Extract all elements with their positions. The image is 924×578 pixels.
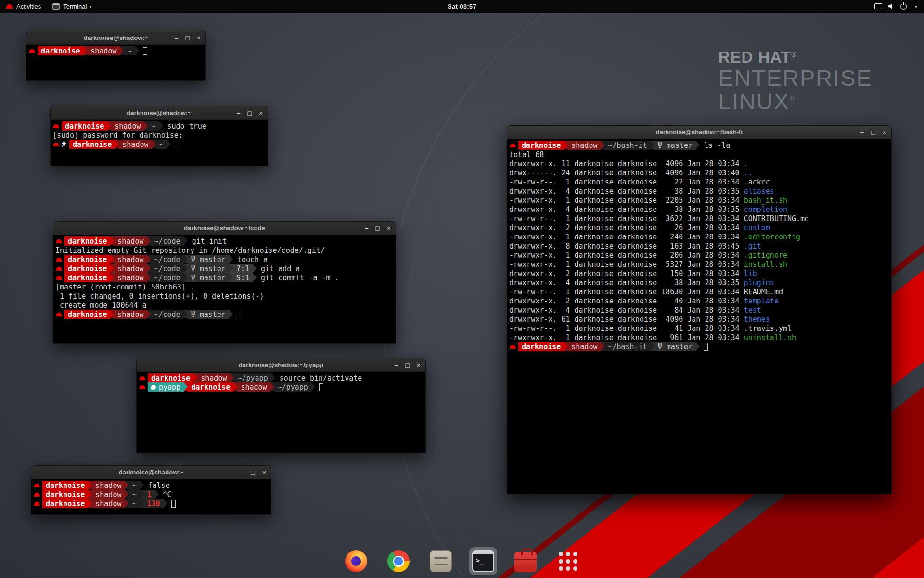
powerline-arrow (120, 46, 124, 55)
powerline-arrow (253, 264, 257, 273)
terminal-body[interactable]: darknoiseshadow~/code git initInitialize… (53, 235, 396, 343)
close-button[interactable]: × (197, 35, 201, 41)
maximize-button[interactable]: □ (871, 129, 875, 136)
prompt-segment-git: Ψ master (188, 273, 229, 282)
minimize-button[interactable]: − (860, 129, 864, 136)
maximize-button[interactable]: □ (185, 35, 189, 41)
powerline-arrow (88, 481, 92, 489)
terminal-cursor (704, 343, 708, 351)
terminal-text: -rw-rw-r--. 1 darknoise darknoise 22 Jan… (509, 177, 770, 186)
maximize-button[interactable]: □ (251, 469, 255, 476)
prompt-segment-git: Ψ master (654, 141, 696, 150)
terminal-line: darknoiseshadow~ sudo true (51, 121, 267, 131)
terminal-line: darknoiseshadow~ false (32, 481, 270, 490)
prompt-segment-host: shadow (114, 273, 147, 282)
terminal-window: darknoise@shadow:~/pyapp − □ × darknoise… (136, 358, 426, 453)
titlebar[interactable]: darknoise@shadow:~/code − □ × (53, 222, 396, 235)
prompt-segment-path: ~ (156, 140, 167, 149)
prompt-segment-git: Ψ master (188, 264, 229, 273)
dock-item-chrome[interactable] (385, 547, 412, 575)
terminal-line: darknoiseshadow~/codeΨ master touch a (54, 255, 395, 264)
terminal-body[interactable]: darknoiseshadow~ falsedarknoiseshadow~1 … (31, 479, 271, 514)
minimize-button[interactable]: − (364, 225, 368, 232)
titlebar[interactable]: darknoise@shadow:~/bash-it − □ × (507, 126, 891, 139)
directory-name: .. (744, 168, 753, 177)
terminal-line: darknoiseshadow~/code git init (54, 236, 395, 246)
prompt-segment-host: shadow (114, 255, 147, 264)
prompt-segment-host: shadow (111, 121, 144, 131)
powerline-arrow (184, 236, 188, 245)
terminal-line: drwxrwxr-x. 4 darknoise darknoise 84 Jan… (508, 305, 890, 315)
prompt-segment-path: ~/pyapp (274, 382, 311, 392)
prompt-segment-host: shadow (237, 382, 270, 392)
terminal-line: [sudo] password for darknoise: (51, 131, 267, 140)
dock-item-terminal[interactable] (469, 547, 497, 575)
minimize-button[interactable]: − (174, 35, 178, 41)
prompt-segment-path: ~/code (151, 236, 183, 246)
python-icon (151, 385, 156, 390)
terminal-body[interactable]: darknoiseshadow~ (26, 45, 205, 80)
maximize-button[interactable]: □ (405, 362, 409, 368)
minimize-button[interactable]: − (236, 110, 240, 117)
app-menu-terminal[interactable]: Terminal ▾ (47, 0, 97, 13)
powerline-arrow (229, 264, 233, 273)
terminal-text: total 68 (509, 150, 544, 159)
terminal-text: drwxrwxr-x. 2 darknoise darknoise 26 Jan… (509, 223, 744, 232)
close-button[interactable]: × (262, 469, 266, 476)
terminal-window: darknoise@shadow:~/code − □ × darknoises… (53, 221, 396, 344)
titlebar[interactable]: darknoise@shadow:~ − □ × (51, 106, 268, 120)
powerline-arrow (651, 141, 654, 149)
system-tray[interactable]: ▾ (874, 0, 924, 13)
activities-button[interactable]: Activities (0, 0, 47, 13)
titlebar[interactable]: darknoise@shadow:~/pyapp − □ × (137, 358, 425, 372)
maximize-button[interactable]: □ (375, 225, 379, 232)
prompt-segment-host: shadow (92, 481, 125, 490)
terminal-line: darknoiseshadow~/pyapp source bin/activa… (138, 373, 424, 382)
rhel-logo: RED HAT® ENTERPRISE LINUX® (719, 48, 873, 114)
titlebar[interactable]: darknoise@shadow:~ − □ × (26, 31, 205, 45)
powerline-arrow (88, 490, 92, 499)
dock-item-app-grid[interactable] (554, 547, 582, 575)
window-title: darknoise@shadow:~ (127, 109, 191, 117)
close-button[interactable]: × (883, 129, 886, 136)
powerline-arrow (140, 499, 144, 508)
close-button[interactable]: × (417, 362, 421, 368)
dock-item-firefox[interactable] (342, 547, 370, 575)
prompt-segment-git: Ψ master (188, 310, 229, 319)
powerline-arrow (110, 236, 114, 245)
terminal-text: [master (root-commit) 50bcb63] . (55, 282, 194, 291)
clock[interactable]: Sat 03:57 (448, 3, 476, 10)
executable-name: bash_it.sh (744, 196, 787, 205)
powerline-arrow (147, 273, 151, 282)
power-icon (900, 3, 907, 10)
minimize-button[interactable]: − (240, 469, 244, 476)
app-menu-label: Terminal (63, 3, 87, 10)
dock-item-files[interactable] (427, 547, 455, 575)
close-button[interactable]: × (259, 110, 263, 117)
maximize-button[interactable]: □ (247, 110, 251, 117)
terminal-body[interactable]: darknoiseshadow~ sudo true[sudo] passwor… (51, 120, 268, 166)
terminal-text: drwxrwxr-x. 8 darknoise darknoise 163 Ja… (509, 241, 744, 250)
terminal-text: touch a (233, 255, 268, 264)
dock-item-software[interactable] (512, 547, 539, 575)
terminal-text: git init (188, 236, 227, 246)
terminal-line: -rw-rw-r--. 1 darknoise darknoise 18630 … (508, 287, 890, 296)
close-button[interactable]: × (387, 225, 391, 232)
terminal-body[interactable]: darknoiseshadow~/bash-itΨ master ls -lat… (507, 139, 891, 494)
powerline-arrow (564, 141, 568, 149)
terminal-text: -rwxrwxr-x. 1 darknoise darknoise 961 Ja… (509, 333, 744, 342)
prompt-segment-user: darknoise (518, 141, 564, 150)
powerline-arrow (253, 273, 257, 282)
powerline-arrow (140, 490, 144, 499)
terminal-text: create mode 100644 a (55, 301, 147, 310)
prompt-segment-git: Ψ master (188, 255, 229, 264)
powerline-arrow (311, 382, 315, 391)
titlebar[interactable]: darknoise@shadow:~ − □ × (31, 466, 271, 479)
terminal-text: ls -la (700, 141, 730, 150)
terminal-line: drwxrwxr-x. 2 darknoise darknoise 26 Jan… (508, 223, 890, 232)
minimize-button[interactable]: − (394, 362, 398, 368)
prompt-segment-user: darknoise (69, 140, 115, 149)
terminal-app-icon (52, 3, 60, 10)
terminal-body[interactable]: darknoiseshadow~/pyapp source bin/activa… (137, 372, 425, 453)
powerline-arrow (696, 141, 700, 149)
